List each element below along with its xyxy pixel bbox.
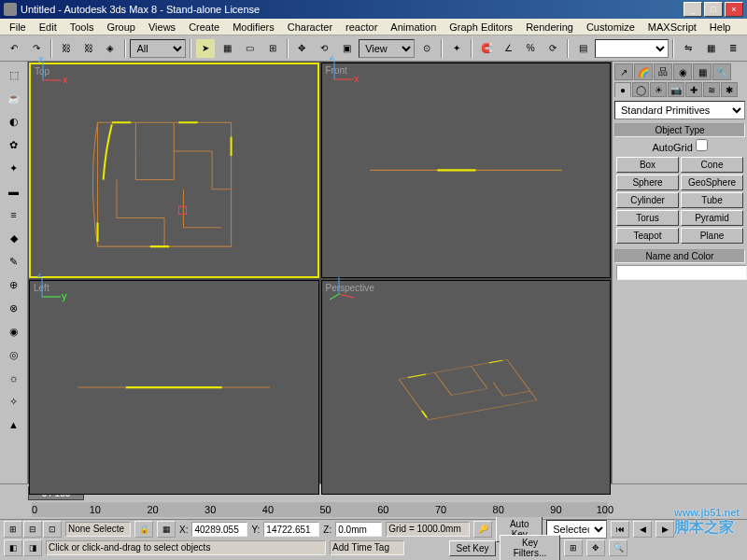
motion-tab[interactable]: ◉ — [673, 63, 692, 80]
object-name-field[interactable] — [616, 265, 747, 280]
ref-coord-combo[interactable]: View — [359, 39, 415, 58]
create-tab[interactable]: ↗ — [614, 63, 633, 80]
tab-icon[interactable]: ▬ — [3, 180, 25, 203]
keyfilters-button[interactable]: Key Filters... — [500, 535, 560, 560]
tab-icon[interactable]: ◐ — [3, 110, 25, 133]
bind-button[interactable]: ◈ — [101, 38, 121, 59]
menu-group[interactable]: Group — [101, 21, 141, 34]
link-button[interactable]: ⛓ — [56, 38, 77, 59]
rollout-object-type[interactable]: Object Type — [614, 123, 745, 137]
viewport-top[interactable]: Top yx — [29, 63, 319, 278]
tc-button[interactable]: ◨ — [23, 539, 42, 556]
pyramid-button[interactable]: Pyramid — [681, 210, 743, 226]
cone-button[interactable]: Cone — [681, 157, 743, 173]
hierarchy-tab[interactable]: 品 — [654, 63, 672, 80]
redo-button[interactable]: ↷ — [26, 38, 47, 59]
systems-button[interactable]: ✱ — [721, 82, 738, 97]
setkey-button[interactable]: Set Key — [449, 540, 496, 556]
tc-button[interactable]: ⊟ — [23, 521, 42, 538]
menu-file[interactable]: File — [4, 21, 32, 34]
close-button[interactable]: × — [725, 2, 743, 17]
menu-views[interactable]: Views — [143, 21, 181, 34]
time-tag[interactable]: Add Time Tag — [330, 540, 404, 555]
minimize-button[interactable]: _ — [684, 2, 702, 17]
lock-button[interactable]: 🔒 — [134, 521, 153, 538]
teapot-button[interactable]: Teapot — [616, 228, 679, 244]
select-rect-button[interactable]: ▭ — [240, 38, 261, 59]
tube-button[interactable]: Tube — [681, 192, 743, 208]
select-button[interactable]: ➤ — [195, 38, 216, 59]
tab-icon[interactable]: ☕ — [3, 87, 25, 109]
cameras-button[interactable]: 📷 — [668, 82, 684, 97]
geosphere-button[interactable]: GeoSphere — [681, 175, 743, 190]
tab-icon[interactable]: ⬚ — [3, 63, 25, 86]
shapes-button[interactable]: ◯ — [632, 82, 649, 97]
unlink-button[interactable]: ⛓ — [78, 38, 99, 59]
tab-icon[interactable]: ☼ — [3, 367, 25, 389]
viewport-front[interactable]: Front zx — [321, 63, 612, 278]
menu-create[interactable]: Create — [183, 21, 225, 34]
utilities-tab[interactable]: 🔧 — [712, 63, 731, 80]
tab-icon[interactable]: ✿ — [3, 133, 25, 156]
torus-button[interactable]: Torus — [616, 210, 679, 226]
move-button[interactable]: ✥ — [292, 38, 313, 59]
z-coord-field[interactable] — [335, 522, 382, 537]
tab-icon[interactable]: ✧ — [3, 390, 25, 413]
tab-icon[interactable]: ≡ — [3, 203, 25, 226]
align-button[interactable]: ▦ — [700, 38, 721, 59]
modify-tab[interactable]: 🌈 — [634, 63, 653, 80]
prev-frame-button[interactable]: ◀ — [633, 521, 652, 538]
sphere-button[interactable]: Sphere — [616, 175, 679, 190]
mirror-button[interactable]: ⇋ — [678, 38, 698, 59]
menu-modifiers[interactable]: Modifiers — [227, 21, 280, 34]
viewport-perspective[interactable]: Perspective — [321, 280, 612, 495]
select-name-button[interactable]: ▦ — [218, 38, 238, 59]
goto-start-button[interactable]: ⏮ — [611, 521, 629, 538]
menu-customize[interactable]: Customize — [581, 21, 641, 34]
tab-icon[interactable]: ◉ — [3, 320, 25, 343]
display-tab[interactable]: ▦ — [693, 63, 712, 80]
menu-edit[interactable]: Edit — [34, 21, 63, 34]
lights-button[interactable]: ☀ — [650, 82, 667, 97]
time-ruler[interactable]: 0 10 20 30 40 50 60 70 80 90 100 — [32, 502, 608, 517]
tc-button[interactable]: ◧ — [4, 539, 22, 556]
tc-button[interactable]: ⊞ — [4, 521, 22, 538]
window-crossing-button[interactable]: ⊞ — [262, 38, 283, 59]
cylinder-button[interactable]: Cylinder — [616, 192, 679, 208]
menu-character[interactable]: Character — [282, 21, 338, 34]
menu-rendering[interactable]: Rendering — [520, 21, 579, 34]
helpers-button[interactable]: ✚ — [685, 82, 702, 97]
menu-reactor[interactable]: reactor — [340, 21, 383, 34]
tab-icon[interactable]: ◆ — [3, 227, 25, 249]
menu-grapheditors[interactable]: Graph Editors — [444, 21, 518, 34]
category-dropdown[interactable]: Standard Primitives — [614, 101, 745, 119]
tab-icon[interactable]: ✎ — [3, 250, 25, 273]
layer-button[interactable]: ≣ — [723, 38, 743, 59]
rollout-name-color[interactable]: Name and Color — [614, 249, 745, 263]
tab-icon[interactable]: ◎ — [3, 343, 25, 366]
tc-button[interactable]: ⊡ — [43, 521, 62, 538]
y-coord-field[interactable] — [263, 522, 319, 537]
viewport-left[interactable]: Left zy — [29, 280, 319, 495]
x-coord-field[interactable] — [191, 522, 247, 537]
menu-animation[interactable]: Animation — [385, 21, 442, 34]
plane-button[interactable]: Plane — [681, 228, 743, 244]
maximize-button[interactable]: □ — [704, 2, 723, 17]
autogrid-checkbox[interactable]: AutoGrid — [614, 137, 745, 155]
selection-filter-combo[interactable]: All — [130, 39, 186, 58]
nav-button[interactable]: 🔍 — [609, 539, 627, 556]
box-button[interactable]: Box — [616, 157, 679, 173]
tab-icon[interactable]: ▲ — [3, 413, 25, 436]
menu-help[interactable]: Help — [704, 21, 737, 34]
nav-button[interactable]: ✥ — [586, 539, 605, 556]
menu-maxscript[interactable]: MAXScript — [642, 21, 702, 34]
nav-button[interactable]: ⊞ — [564, 539, 583, 556]
play-button[interactable]: ▶ — [655, 521, 674, 538]
menu-tools[interactable]: Tools — [64, 21, 100, 34]
tab-icon[interactable]: ⊗ — [3, 297, 25, 319]
abs-rel-button[interactable]: ▦ — [157, 521, 176, 538]
tab-icon[interactable]: ✦ — [3, 157, 25, 179]
named-sel-combo[interactable] — [595, 39, 669, 58]
undo-button[interactable]: ↶ — [4, 38, 24, 59]
tab-icon[interactable]: ⊕ — [3, 273, 25, 296]
